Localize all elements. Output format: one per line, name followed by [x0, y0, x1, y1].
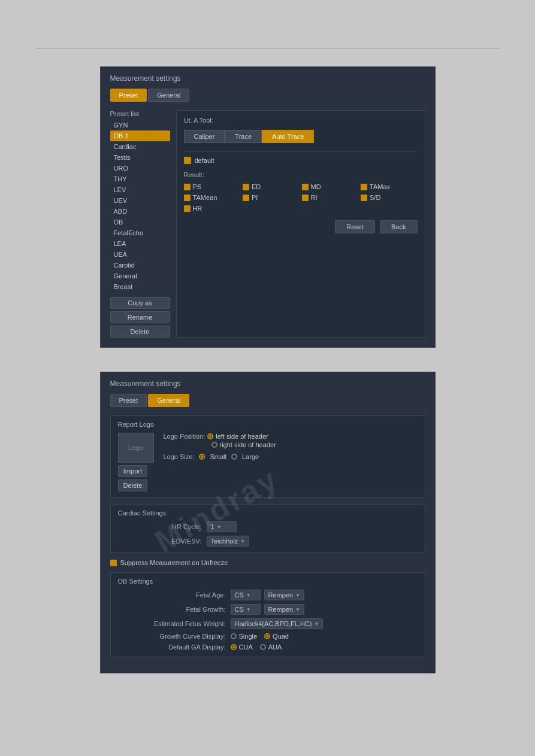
result-label-hr: HR [193, 205, 202, 212]
result-checkbox-pi[interactable] [243, 195, 249, 201]
result-label-tamax: TAMax [370, 183, 390, 190]
suppress-checkbox[interactable] [110, 560, 117, 566]
preset-item-fetalecho[interactable]: FetalEcho [110, 227, 170, 238]
fetal-growth-v1: CS [235, 606, 244, 613]
preset-item-uro[interactable]: URO [110, 163, 170, 174]
copy-as-button[interactable]: Copy as [110, 297, 170, 309]
fetal-growth-select2[interactable]: Rempen ▼ [264, 604, 305, 615]
large-label: Large [242, 453, 259, 460]
preset-item-carotid[interactable]: Carotid [110, 260, 170, 271]
preset-item-ob1[interactable]: OB 1 [110, 130, 170, 141]
aua-label: AUA [268, 643, 282, 651]
result-checkbox-sd[interactable] [361, 195, 367, 201]
preset-item-testis[interactable]: Testis [110, 152, 170, 163]
fetal-age-select1[interactable]: CS ▼ [231, 590, 261, 600]
hr-cycle-select[interactable]: 1 ▼ [207, 521, 237, 532]
hr-cycle-arrow: ▼ [217, 524, 222, 530]
panel1-body: Preset list GYN OB 1 Cardiac Testis URO … [110, 110, 425, 338]
back-button[interactable]: Back [380, 220, 417, 233]
result-checkbox-ri[interactable] [302, 195, 309, 201]
fetal-age-select2[interactable]: Rempen ▼ [264, 590, 305, 600]
result-label-tamean: TAMean [193, 194, 217, 201]
result-item-ed: ED [243, 183, 300, 190]
fetal-age-arrow2: ▼ [295, 593, 300, 598]
result-label-sd: S/D [370, 194, 380, 201]
preset-item-general[interactable]: General [110, 271, 170, 281]
divider-line-1 [184, 151, 418, 152]
radio-single[interactable] [231, 633, 237, 639]
est-fetus-weight-label: Estimated Fetus Weight: [118, 620, 226, 627]
est-fetus-weight-v1: Hadlock4(AC,BPD,FL,HC) [235, 620, 312, 627]
fetal-growth-v2: Rempen [268, 606, 294, 613]
small-label: Small [210, 453, 226, 460]
preset-item-ob[interactable]: OB [110, 217, 170, 227]
radio-right-header[interactable] [211, 442, 217, 448]
edv-esv-label: EDV/ESV: [118, 538, 202, 545]
right-header-label: right side of header [220, 441, 276, 448]
panel1-tab-bar: Preset General [110, 89, 425, 102]
radio-quad[interactable] [264, 633, 270, 639]
auto-trace-tool-btn[interactable]: Auto Trace [262, 130, 314, 143]
caliper-tool-btn[interactable]: Caliper [184, 130, 225, 143]
import-logo-button[interactable]: Import [118, 465, 148, 477]
tab-preset-1[interactable]: Preset [110, 89, 147, 102]
result-label-ed: ED [252, 183, 261, 190]
delete-button[interactable]: Delete [110, 326, 170, 338]
cardiac-grid: HR Cycle: 1 ▼ EDV/ESV: Teichholz ▼ [118, 521, 418, 546]
result-grid: PS ED MD TAMax [184, 183, 418, 212]
result-label-ri: RI [311, 194, 318, 201]
result-item-ps: PS [184, 183, 241, 190]
radio-left-header[interactable] [207, 433, 213, 439]
preset-list-label: Preset list [110, 110, 170, 117]
trace-tool-btn[interactable]: Trace [225, 130, 262, 143]
radio-large[interactable] [231, 454, 237, 460]
preset-item-thy[interactable]: THY [110, 174, 170, 184]
logo-row: Logo Import Delete Logo Position: left s… [118, 433, 418, 491]
result-checkbox-tamean[interactable] [184, 195, 191, 201]
report-logo-title: Report Logo [118, 421, 418, 428]
preset-item-abd[interactable]: ABD [110, 206, 170, 217]
preset-item-lev[interactable]: LEV [110, 184, 170, 195]
cardiac-settings-title: Cardiac Settings [118, 509, 418, 517]
edv-esv-select[interactable]: Teichholz ▼ [207, 536, 250, 546]
tool-btn-bar: Caliper Trace Auto Trace [184, 130, 418, 143]
result-label-md: MD [311, 183, 321, 190]
growth-curve-label: Growth Curve Display: [118, 633, 226, 640]
preset-item-uea[interactable]: UEA [110, 249, 170, 260]
fetal-age-label: Fetal Age: [118, 591, 226, 599]
delete-logo-button[interactable]: Delete [118, 479, 148, 491]
result-checkbox-ed[interactable] [243, 184, 249, 190]
default-checkbox[interactable] [184, 157, 191, 164]
preset-list: GYN OB 1 Cardiac Testis URO THY LEV UEV … [110, 120, 170, 292]
ut-tool-label: Ut. A Tool: [184, 117, 418, 124]
fetal-age-selects: CS ▼ Rempen ▼ [231, 590, 418, 600]
preset-item-breast[interactable]: Breast [110, 281, 170, 292]
tab-general-1[interactable]: General [148, 89, 189, 102]
radio-small[interactable] [199, 454, 205, 460]
report-logo-section: Report Logo Logo Import Delete Logo Posi… [110, 415, 425, 498]
rename-button[interactable]: Rename [110, 311, 170, 323]
preset-item-gyn[interactable]: GYN [110, 120, 170, 130]
preset-item-uev[interactable]: UEV [110, 195, 170, 206]
hr-cycle-value: 1 [211, 523, 214, 530]
result-checkbox-ps[interactable] [184, 184, 191, 190]
panel2-title: Measurement settings [110, 379, 425, 388]
suppress-label: Suppress Measurement on Unfreeze [120, 559, 228, 566]
radio-aua[interactable] [260, 644, 266, 650]
fetal-growth-select1[interactable]: CS ▼ [231, 604, 261, 615]
result-checkbox-hr[interactable] [184, 205, 191, 212]
suppress-row: Suppress Measurement on Unfreeze [110, 559, 425, 566]
result-item-ri: RI [302, 194, 359, 201]
preset-item-cardiac[interactable]: Cardiac [110, 141, 170, 152]
preset-item-lea[interactable]: LEA [110, 238, 170, 249]
radio-cua[interactable] [231, 644, 237, 650]
fetal-growth-selects: CS ▼ Rempen ▼ [231, 604, 418, 615]
result-item-md: MD [302, 183, 359, 190]
tab-preset-2[interactable]: Preset [110, 394, 147, 407]
tab-general-2[interactable]: General [148, 394, 189, 407]
cardiac-settings-section: Cardiac Settings HR Cycle: 1 ▼ EDV/ESV: … [110, 504, 425, 553]
result-checkbox-tamax[interactable] [361, 184, 367, 190]
reset-button[interactable]: Reset [335, 220, 375, 233]
result-checkbox-md[interactable] [302, 184, 309, 190]
est-fetus-weight-select[interactable]: Hadlock4(AC,BPD,FL,HC) ▼ [231, 618, 324, 629]
